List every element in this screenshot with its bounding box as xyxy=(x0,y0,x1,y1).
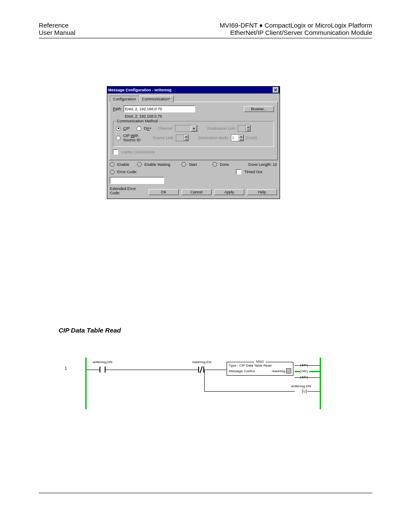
rung-number: 1 xyxy=(65,366,67,371)
path-input[interactable] xyxy=(124,106,195,112)
header-right: MVI69-DFNT ♦ CompactLogix or MicroLogix … xyxy=(220,22,372,36)
done-length-label: Done Length: 10 xyxy=(248,162,277,167)
dialog-titlebar: Message Configuration - writemsg ✕ xyxy=(107,87,280,93)
footer-rule xyxy=(39,493,372,493)
tab-row: Configuration Communication* xyxy=(107,93,280,102)
er-out: ER xyxy=(300,375,308,379)
header-right-1b: CompactLogix or MicroLogix Platform xyxy=(263,22,372,29)
dialog-status-area: Enable Enable Waiting Start Done Done Le… xyxy=(107,162,280,199)
xic-label: writemsg.DN xyxy=(90,360,115,364)
msg-ctrl-label: Message Control xyxy=(229,369,255,373)
cache-label: Cache Connections xyxy=(121,150,155,154)
msg-ellipsis-button[interactable]: … xyxy=(286,368,291,373)
dest-link-spin: ▲▼ xyxy=(238,125,251,132)
msg-ctrl-value: readmsg xyxy=(272,369,285,373)
msg-title: MSG xyxy=(254,360,265,364)
rung-wire-2 xyxy=(106,370,198,370)
xio-contact xyxy=(198,367,204,373)
channel-label: Channel: xyxy=(158,126,173,131)
header-right-1a: MVI69-DFNT xyxy=(220,22,259,29)
radio-dhplus-label: DH+ xyxy=(144,126,152,131)
chevron-down-icon: ▼ xyxy=(191,125,197,131)
tab-body: PPath:ath: Browse... Enet, 2, 192.168.0.… xyxy=(109,102,278,160)
coil-wire-r xyxy=(308,391,320,392)
dest-node-spin: 0▲▼ xyxy=(231,134,244,141)
radio-cip-src[interactable] xyxy=(116,136,121,140)
branch-wire xyxy=(204,391,295,392)
error-code-value xyxy=(110,177,164,184)
header-right-1: MVI69-DFNT ♦ CompactLogix or MicroLogix … xyxy=(220,22,372,29)
dest-node-label: Destination Node: xyxy=(198,136,229,140)
radio-cip-src-label: CIP WithSource ID xyxy=(123,134,140,142)
apply-button[interactable]: Apply xyxy=(214,189,244,195)
close-icon[interactable]: ✕ xyxy=(273,87,279,93)
cache-checkbox[interactable] xyxy=(113,149,118,155)
ext-error-label: Extended Error Code: xyxy=(110,187,147,195)
unlatch-coil: (U) xyxy=(302,389,307,393)
ok-button[interactable]: OK xyxy=(149,189,179,195)
path-label: PPath:ath: xyxy=(113,107,122,111)
en-out: EN xyxy=(300,363,308,367)
browse-button[interactable]: Browse... xyxy=(244,106,274,112)
comm-method-title: Communication Method xyxy=(116,119,159,123)
header-right-2: EtherNet/IP Client/Server Communication … xyxy=(220,29,372,36)
error-code-label: Error Code: xyxy=(117,170,137,174)
cancel-button[interactable]: Cancel xyxy=(181,189,212,195)
radio-cip[interactable] xyxy=(116,126,121,131)
right-rail xyxy=(320,358,321,409)
help-button[interactable]: Help xyxy=(247,189,277,195)
timed-out-label: Timed Out xyxy=(244,170,262,174)
path-echo: Enet, 2, 192.168.0.75 xyxy=(125,114,162,118)
start-dot xyxy=(181,162,186,167)
xic-contact xyxy=(100,367,106,373)
error-dot xyxy=(110,170,115,174)
enable-waiting-label: Enable Waiting xyxy=(144,162,170,167)
dn-wire-l xyxy=(295,371,300,372)
tab-configuration[interactable]: Configuration xyxy=(110,96,139,102)
done-label: Done xyxy=(220,162,229,167)
radio-dhplus[interactable] xyxy=(137,126,141,131)
page-header: Reference User Manual MVI69-DFNT ♦ Compa… xyxy=(39,22,372,38)
octal-label: (Octal) xyxy=(246,136,257,140)
message-config-dialog: Message Configuration - writemsg ✕ Confi… xyxy=(107,86,280,199)
section-heading: CIP Data Table Read xyxy=(59,327,121,334)
xio-label: readmsg.EN xyxy=(189,360,215,364)
coil-label: writemsg.DN xyxy=(288,384,314,388)
left-rail xyxy=(85,358,87,409)
msg-type: Type - CIP Data Table Read xyxy=(229,364,291,367)
enable-dot xyxy=(110,162,115,167)
dn-wire-r xyxy=(309,371,320,372)
enable-waiting-dot xyxy=(137,162,142,167)
header-left-1: Reference xyxy=(39,22,75,29)
start-label: Start xyxy=(189,162,197,167)
rung-wire xyxy=(87,370,100,370)
tab-communication[interactable]: Communication* xyxy=(139,96,174,102)
channel-select: ▼ xyxy=(175,125,198,132)
timed-out-checkbox[interactable] xyxy=(236,169,241,174)
comm-method-group: Communication Method CIP DH+ Channel: ▼ … xyxy=(113,121,274,147)
dest-link-label: Destination Link: xyxy=(207,126,236,131)
enable-label: Enable xyxy=(117,162,129,167)
header-left: Reference User Manual xyxy=(39,22,75,36)
msg-instruction: MSG Type - CIP Data Table Read Message C… xyxy=(227,362,293,376)
header-left-2: User Manual xyxy=(39,29,75,36)
ladder-diagram: 1 writemsg.DN readmsg.EN MSG Type - CIP … xyxy=(65,358,321,409)
done-dot xyxy=(212,162,217,167)
dn-out: DN xyxy=(300,369,308,373)
branch-vert xyxy=(204,370,205,391)
src-link-label: Source Link: xyxy=(153,136,174,140)
dialog-title: Message Configuration - writemsg xyxy=(108,88,171,92)
src-link-spin: ▲▼ xyxy=(176,134,189,141)
radio-cip-label: CIP xyxy=(123,126,130,131)
